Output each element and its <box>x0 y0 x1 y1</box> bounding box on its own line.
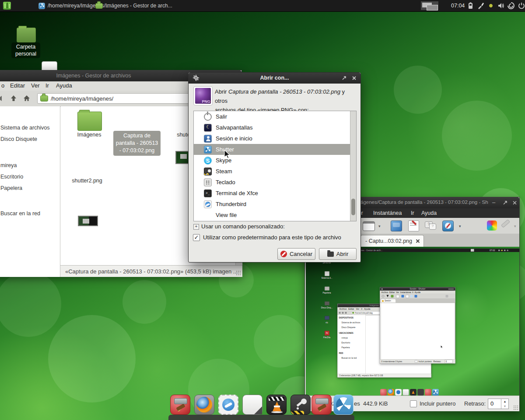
file-label[interactable]: Imágenes <box>71 132 108 138</box>
desktop-icon-label: Carpeta personal <box>11 42 40 58</box>
file-label-selected[interactable]: Captura de pantalla - 260513 - 07:03:02.… <box>113 131 161 156</box>
sidebar-item-trash[interactable]: Papelera <box>0 185 22 191</box>
gear-icon <box>193 75 199 81</box>
taskbar-item-file-manager[interactable]: Imágenes - Gestor de arch... <box>95 0 181 11</box>
shutter-tray-icon[interactable] <box>508 2 514 9</box>
include-pointer-checkbox[interactable] <box>410 400 417 407</box>
file-folder-imagenes[interactable] <box>77 112 102 131</box>
color-wheel-icon[interactable] <box>487 220 497 231</box>
default-checkbox[interactable]: ✓ <box>193 234 200 241</box>
tab-label: - Captu...03:02.png <box>365 238 412 244</box>
sidebar-item-filesystem[interactable]: Sistema de archivos <box>0 125 50 131</box>
expander-icon[interactable]: + <box>193 224 199 230</box>
capture-window-icon[interactable] <box>363 221 375 231</box>
menu-ayuda[interactable]: Ayuda <box>421 210 437 216</box>
home-icon[interactable] <box>23 94 31 102</box>
resize-grip[interactable] <box>513 405 518 410</box>
keyboard-icon <box>204 178 212 186</box>
spin-down-icon[interactable]: ▼ <box>504 405 507 408</box>
session-icon <box>204 135 212 143</box>
bokeh-circle <box>394 66 442 114</box>
app-row-terminal[interactable]: Terminal de Xfce <box>194 188 356 199</box>
screenshot-preview[interactable]: genes - Gestor de arch... 07:02 personal… <box>306 247 519 396</box>
capture-tooltip-icon[interactable]: ? ? <box>425 220 436 231</box>
close-icon[interactable] <box>512 200 517 205</box>
menu-ver[interactable]: Ver <box>31 82 40 89</box>
sidebar-item-home[interactable]: mireya <box>0 162 17 168</box>
dock-item-steam[interactable] <box>290 395 311 415</box>
app-row-salir[interactable]: Salir <box>194 111 356 122</box>
applications-menu-icon[interactable] <box>3 2 11 10</box>
tab-close-icon[interactable] <box>416 239 420 243</box>
taskbar-item-shutter[interactable]: /home/mireya/Imágenes/... <box>38 0 93 11</box>
nested-panel-title: genes - Gestor de arch... <box>358 249 382 252</box>
desktop-icon-home[interactable]: Carpeta personal <box>11 24 40 59</box>
workspace-pager[interactable] <box>421 1 438 10</box>
list-scrollbar[interactable] <box>350 111 356 221</box>
chevron-down-icon[interactable]: ▾ <box>378 224 381 228</box>
dock-item-firefox[interactable] <box>194 395 214 415</box>
open-button[interactable]: Abrir <box>319 248 357 260</box>
up-icon[interactable] <box>10 94 18 102</box>
close-icon[interactable] <box>352 76 357 80</box>
power-icon[interactable] <box>518 2 525 9</box>
clock[interactable]: 07:04 <box>451 3 465 9</box>
dock-item-red-tool[interactable] <box>170 395 190 415</box>
menu-editar[interactable]: Editar <box>10 82 25 89</box>
app-row-shutter-selected[interactable]: Shutter <box>194 144 356 155</box>
spin-up-icon[interactable]: ▲ <box>504 400 507 403</box>
terminal-icon <box>204 189 212 197</box>
screenshot-tab[interactable]: - Captu...03:02.png <box>360 235 424 247</box>
capture-desktop-icon[interactable] <box>391 220 402 231</box>
fm-window-title: Imágenes - Gestor de archivos <box>56 73 131 79</box>
app-row-salvapantallas[interactable]: Salvapantallas <box>194 122 356 133</box>
app-row-teclado[interactable]: Teclado <box>194 177 356 188</box>
volume-icon[interactable] <box>497 2 504 9</box>
delay-label: Retraso: <box>464 400 486 407</box>
default-checkbox-label[interactable]: Utilizar como predeterminado para este t… <box>203 234 341 241</box>
file-label[interactable]: shutter2.png <box>70 178 104 184</box>
sidebar-item-network[interactable]: Buscar en la red <box>0 210 40 217</box>
chevron-down-icon[interactable]: ▾ <box>459 224 461 228</box>
menu-archivo-cut[interactable]: o <box>1 82 4 89</box>
bokeh-circle <box>122 280 166 324</box>
app-row-thunderbird[interactable]: Thunderbird <box>194 199 356 210</box>
cancel-button[interactable]: Cancelar <box>277 248 315 260</box>
dock-item-thunderbird[interactable] <box>218 395 238 415</box>
paintbrush-icon[interactable] <box>477 2 484 9</box>
delay-spinner[interactable]: 0 ▲▼ <box>488 399 509 409</box>
capture-menu-icon[interactable] <box>408 220 419 231</box>
custom-command-label[interactable]: Usar un comando personalizado: <box>201 223 285 230</box>
resize-grip[interactable] <box>236 270 241 276</box>
back-icon[interactable] <box>0 95 3 102</box>
app-row-skype[interactable]: Skype <box>194 155 356 166</box>
sidebar-item-desktop[interactable]: Escritorio <box>0 174 23 180</box>
file-thumbnail-shutter2[interactable] <box>78 216 98 226</box>
sidebar-item-floppy[interactable]: Disco Disquete <box>0 136 37 142</box>
maximize-icon[interactable] <box>503 200 508 205</box>
chevron-down-icon[interactable]: ▾ <box>514 224 516 228</box>
top-panel: /home/mireya/Imágenes/... Imágenes - Ges… <box>0 0 525 12</box>
menu-ir[interactable]: Ir <box>46 82 49 89</box>
minimize-icon[interactable]: – <box>492 200 495 205</box>
dock-item-libreoffice[interactable] <box>242 395 262 415</box>
menu-ir[interactable]: Ir <box>411 210 414 216</box>
dock-item-vlc[interactable] <box>266 395 287 415</box>
dock-item-red-tool[interactable] <box>312 395 332 415</box>
dock-item-shutter[interactable] <box>333 395 354 415</box>
battery-icon[interactable] <box>467 2 474 9</box>
edit-pen-icon[interactable] <box>501 219 510 228</box>
status-size: es 442.9 KiB <box>354 400 388 407</box>
shutter-icon <box>204 146 212 154</box>
mouse-cursor <box>224 150 232 160</box>
app-row-steam[interactable]: Steam <box>194 166 356 177</box>
app-row-sesion[interactable]: Sesión e inicio <box>194 133 356 144</box>
app-row-viewfile[interactable]: View file <box>194 210 356 220</box>
dialog-titlebar[interactable]: Abrir con... <box>189 73 360 84</box>
skype-icon <box>204 157 212 164</box>
menu-instantanea[interactable]: Instantánea <box>373 210 402 216</box>
capture-web-icon[interactable] <box>442 220 454 231</box>
maximize-icon[interactable] <box>342 76 346 80</box>
menu-ayuda[interactable]: Ayuda <box>56 82 72 89</box>
updates-icon[interactable] <box>487 2 494 9</box>
